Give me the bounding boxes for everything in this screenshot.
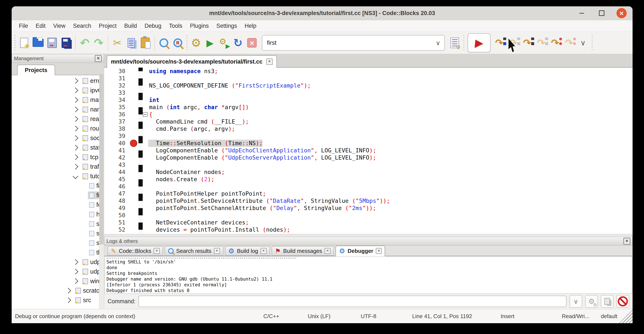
breakpoint-margin[interactable] <box>129 118 138 125</box>
chevron-right-icon[interactable] <box>66 297 71 303</box>
breakpoint-margin[interactable] <box>129 161 138 168</box>
combo-chevron-icon[interactable]: ∨ <box>432 39 444 47</box>
menu-item-tools[interactable]: Tools <box>165 20 186 32</box>
code-line-51[interactable]: 51 NetDeviceContainer devices; <box>104 219 632 226</box>
tree-item-erro[interactable]: erro <box>12 76 104 86</box>
debugger-log-view[interactable]: Setting SHELL to '/bin/sh'doneSetting br… <box>104 256 632 294</box>
rebuild-button[interactable] <box>231 35 245 51</box>
next-line-button[interactable] <box>492 35 506 51</box>
tree-item-six[interactable]: six <box>12 238 104 248</box>
command-input[interactable] <box>138 296 566 307</box>
redo-button[interactable] <box>92 35 106 51</box>
menu-item-debug[interactable]: Debug <box>141 20 165 32</box>
chevron-right-icon[interactable] <box>72 164 78 170</box>
fold-margin[interactable] <box>143 176 148 183</box>
logs-tab-close-button[interactable]: × <box>260 248 266 254</box>
tree-item-fir[interactable]: fir <box>12 191 104 200</box>
breakpoint-margin[interactable] <box>129 204 138 212</box>
fold-margin[interactable] <box>143 154 148 161</box>
cut-button[interactable] <box>110 35 124 51</box>
breakpoint-margin[interactable] <box>129 125 138 132</box>
menu-item-project[interactable]: Project <box>95 20 120 32</box>
logs-caption-bar[interactable]: Logs & others × <box>104 237 632 246</box>
fold-margin[interactable] <box>143 75 148 82</box>
management-caption-bar[interactable]: Management × <box>12 54 104 63</box>
tree-item-ipv6[interactable]: ipv6 <box>12 86 104 95</box>
save-all-button[interactable] <box>59 35 73 51</box>
chevron-right-icon[interactable] <box>72 126 78 131</box>
breakpoint-margin[interactable] <box>129 75 138 82</box>
replace-button[interactable]: R <box>171 35 185 51</box>
tree-item-udp[interactable]: udp <box>12 257 104 267</box>
step-out-button[interactable] <box>534 35 548 51</box>
code-line-42[interactable]: 42 LogComponentEnable ("UdpEchoServerApp… <box>104 154 632 161</box>
tree-item-trafl[interactable]: trafl <box>12 162 104 171</box>
tree-item-sock[interactable]: sock <box>12 133 104 143</box>
build-target-input[interactable] <box>262 40 432 46</box>
menu-item-settings[interactable]: Settings <box>212 20 241 32</box>
management-close-button[interactable]: × <box>95 55 102 62</box>
code-line-52[interactable]: 52 devices = pointToPoint.Install (nodes… <box>104 226 632 233</box>
save-button[interactable] <box>45 35 59 51</box>
copy-button[interactable] <box>124 35 138 51</box>
command-history-button[interactable]: ∨ <box>570 295 582 308</box>
menu-item-build[interactable]: Build <box>120 20 141 32</box>
fold-margin[interactable] <box>143 89 148 96</box>
breakpoint-margin[interactable] <box>129 68 138 75</box>
select-target-button[interactable] <box>448 35 462 51</box>
copy-log-button[interactable] <box>601 295 614 308</box>
fold-margin[interactable] <box>143 132 148 140</box>
code-line-38[interactable]: 38 cmd.Parse (argc, argv); <box>104 125 632 132</box>
code-line-31[interactable]: 31 <box>104 75 632 82</box>
fold-margin[interactable] <box>143 147 148 154</box>
fold-margin[interactable] <box>143 82 148 89</box>
fold-margin[interactable] <box>143 140 148 147</box>
code-line-46[interactable]: 46 <box>104 183 632 190</box>
logs-close-button[interactable]: × <box>624 238 630 245</box>
breakpoint-margin[interactable] <box>129 219 138 226</box>
breakpoint-margin[interactable] <box>129 111 138 118</box>
tree-item-mat[interactable]: mat <box>12 95 104 105</box>
code-line-50[interactable]: 50 <box>104 212 632 219</box>
breakpoint-margin[interactable] <box>129 140 138 147</box>
tree-item-fo[interactable]: fo <box>12 200 104 210</box>
tree-scrollbar[interactable] <box>99 75 104 309</box>
build-and-run-button[interactable] <box>217 35 231 51</box>
breakpoint-margin[interactable] <box>129 168 138 176</box>
tree-item-se[interactable]: se <box>12 219 104 229</box>
chevron-right-icon[interactable] <box>72 88 78 93</box>
chevron-right-icon[interactable] <box>72 259 78 265</box>
code-line-47[interactable]: 47 PointToPointHelper pointToPoint; <box>104 190 632 197</box>
breakpoint-margin[interactable] <box>129 132 138 140</box>
menu-item-plugins[interactable]: Plugins <box>186 20 212 32</box>
fold-margin[interactable] <box>143 190 148 197</box>
code-line-33[interactable]: 33 <box>104 89 632 96</box>
tree-item-udp-[interactable]: udp- <box>12 267 104 276</box>
menu-item-search[interactable]: Search <box>69 20 95 32</box>
breakpoint-margin[interactable] <box>129 154 138 161</box>
chevron-right-icon[interactable] <box>72 97 78 103</box>
fold-margin[interactable] <box>143 118 148 125</box>
logs-tab-debugger[interactable]: Debugger× <box>336 246 385 256</box>
logs-tab-close-button[interactable]: × <box>324 248 330 254</box>
tree-item-th[interactable]: th <box>12 248 104 257</box>
breakpoint-margin[interactable] <box>129 89 138 96</box>
logs-tab-build-log[interactable]: Build log× <box>225 246 270 256</box>
tree-item-tuto[interactable]: tuto <box>12 171 104 181</box>
fold-margin[interactable] <box>143 125 148 132</box>
minimize-button[interactable] <box>577 8 587 18</box>
breakpoint-margin[interactable] <box>129 82 138 89</box>
debugger-settings-button[interactable] <box>585 295 598 308</box>
abort-button[interactable]: × <box>245 35 259 51</box>
chevron-right-icon[interactable] <box>72 154 78 160</box>
build-button[interactable] <box>189 35 203 51</box>
breakpoint-margin[interactable] <box>129 212 138 219</box>
logs-tab-close-button[interactable]: × <box>376 248 382 254</box>
breakpoint-margin[interactable] <box>129 183 138 190</box>
breakpoint-margin[interactable] <box>129 104 138 111</box>
fold-margin[interactable] <box>143 161 148 168</box>
breakpoint-icon[interactable] <box>130 140 137 147</box>
code-line-32[interactable]: 32NS_LOG_COMPONENT_DEFINE ("FirstScriptE… <box>104 82 632 89</box>
editor-tab-close-button[interactable]: × <box>266 59 273 65</box>
toolbar-gripper[interactable] <box>462 35 465 51</box>
